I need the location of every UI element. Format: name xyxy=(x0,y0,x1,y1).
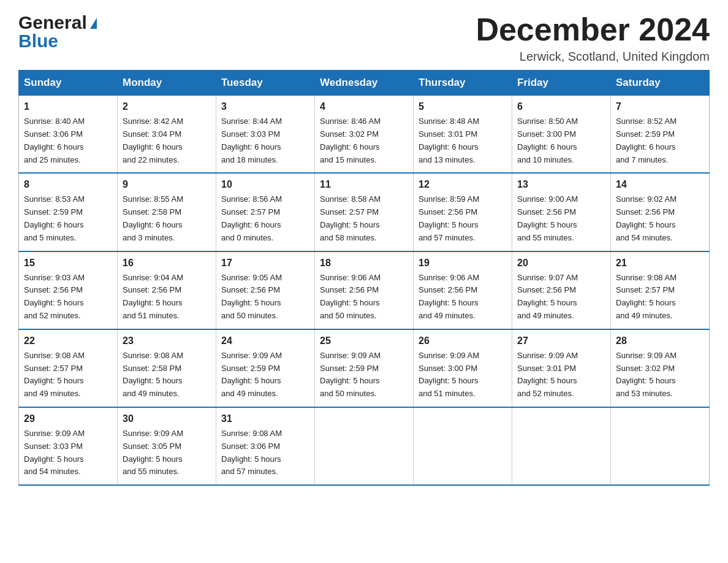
calendar-cell: 25Sunrise: 9:09 AMSunset: 2:59 PMDayligh… xyxy=(315,329,414,407)
day-number: 3 xyxy=(221,99,309,114)
day-number: 27 xyxy=(517,334,605,348)
day-info: Sunrise: 9:08 AMSunset: 2:58 PMDaylight:… xyxy=(123,350,211,400)
day-info: Sunrise: 8:44 AMSunset: 3:03 PMDaylight:… xyxy=(221,115,309,166)
day-number: 21 xyxy=(616,256,704,270)
calendar-cell: 27Sunrise: 9:09 AMSunset: 3:01 PMDayligh… xyxy=(512,329,611,407)
day-info: Sunrise: 9:09 AMSunset: 2:59 PMDaylight:… xyxy=(221,350,309,400)
day-info: Sunrise: 8:53 AMSunset: 2:59 PMDaylight:… xyxy=(24,193,112,244)
day-info: Sunrise: 8:42 AMSunset: 3:04 PMDaylight:… xyxy=(123,115,211,166)
calendar-cell: 2Sunrise: 8:42 AMSunset: 3:04 PMDaylight… xyxy=(118,96,216,174)
calendar-week-row: 1Sunrise: 8:40 AMSunset: 3:06 PMDaylight… xyxy=(19,96,710,174)
day-number: 14 xyxy=(616,177,704,192)
calendar-cell: 7Sunrise: 8:52 AMSunset: 2:59 PMDaylight… xyxy=(611,96,710,174)
day-number: 8 xyxy=(24,177,112,192)
logo-general-text: General xyxy=(18,12,97,33)
header-thursday: Thursday xyxy=(414,71,512,96)
day-number: 19 xyxy=(419,256,507,270)
calendar-cell: 23Sunrise: 9:08 AMSunset: 2:58 PMDayligh… xyxy=(118,329,216,407)
calendar-cell: 8Sunrise: 8:53 AMSunset: 2:59 PMDaylight… xyxy=(19,173,118,251)
calendar-cell: 24Sunrise: 9:09 AMSunset: 2:59 PMDayligh… xyxy=(216,329,315,407)
calendar-cell: 5Sunrise: 8:48 AMSunset: 3:01 PMDaylight… xyxy=(414,96,512,174)
day-number: 18 xyxy=(320,256,408,270)
calendar-cell: 18Sunrise: 9:06 AMSunset: 2:56 PMDayligh… xyxy=(315,251,414,329)
day-number: 22 xyxy=(24,334,112,348)
calendar-cell: 28Sunrise: 9:09 AMSunset: 3:02 PMDayligh… xyxy=(611,329,710,407)
day-number: 5 xyxy=(419,99,507,114)
day-number: 26 xyxy=(419,334,507,348)
day-info: Sunrise: 9:09 AMSunset: 2:59 PMDaylight:… xyxy=(320,350,408,400)
logo: General Blue xyxy=(18,12,97,52)
calendar-cell: 17Sunrise: 9:05 AMSunset: 2:56 PMDayligh… xyxy=(216,251,315,329)
day-info: Sunrise: 9:06 AMSunset: 2:56 PMDaylight:… xyxy=(320,272,408,323)
header-sunday: Sunday xyxy=(19,71,118,96)
day-number: 4 xyxy=(320,99,408,114)
location: Lerwick, Scotland, United Kingdom xyxy=(476,50,710,64)
day-number: 13 xyxy=(517,177,605,192)
day-info: Sunrise: 9:00 AMSunset: 2:56 PMDaylight:… xyxy=(517,193,605,244)
calendar-week-row: 29Sunrise: 9:09 AMSunset: 3:03 PMDayligh… xyxy=(19,407,710,485)
calendar-cell xyxy=(414,407,512,485)
day-number: 7 xyxy=(616,99,704,114)
calendar-cell: 29Sunrise: 9:09 AMSunset: 3:03 PMDayligh… xyxy=(19,407,118,485)
calendar-week-row: 15Sunrise: 9:03 AMSunset: 2:56 PMDayligh… xyxy=(19,251,710,329)
month-title: December 2024 xyxy=(476,12,710,47)
day-number: 23 xyxy=(123,334,211,348)
calendar-cell: 12Sunrise: 8:59 AMSunset: 2:56 PMDayligh… xyxy=(414,173,512,251)
day-info: Sunrise: 8:59 AMSunset: 2:56 PMDaylight:… xyxy=(419,193,507,244)
calendar-cell: 26Sunrise: 9:09 AMSunset: 3:00 PMDayligh… xyxy=(414,329,512,407)
title-block: December 2024 Lerwick, Scotland, United … xyxy=(476,12,710,64)
day-info: Sunrise: 9:03 AMSunset: 2:56 PMDaylight:… xyxy=(24,272,112,323)
day-info: Sunrise: 9:05 AMSunset: 2:56 PMDaylight:… xyxy=(221,272,309,323)
day-info: Sunrise: 9:08 AMSunset: 3:06 PMDaylight:… xyxy=(221,427,309,478)
header-friday: Friday xyxy=(512,71,611,96)
day-number: 30 xyxy=(123,412,211,426)
day-number: 15 xyxy=(24,256,112,270)
day-info: Sunrise: 8:50 AMSunset: 3:00 PMDaylight:… xyxy=(517,115,605,166)
calendar-cell: 15Sunrise: 9:03 AMSunset: 2:56 PMDayligh… xyxy=(19,251,118,329)
day-number: 28 xyxy=(616,334,704,348)
day-number: 20 xyxy=(517,256,605,270)
calendar-header-row: SundayMondayTuesdayWednesdayThursdayFrid… xyxy=(19,71,710,96)
day-number: 24 xyxy=(221,334,309,348)
day-number: 2 xyxy=(123,99,211,114)
day-info: Sunrise: 9:09 AMSunset: 3:02 PMDaylight:… xyxy=(616,350,704,400)
calendar-cell xyxy=(611,407,710,485)
day-number: 31 xyxy=(221,412,309,426)
day-number: 29 xyxy=(24,412,112,426)
day-info: Sunrise: 8:55 AMSunset: 2:58 PMDaylight:… xyxy=(123,193,211,244)
day-info: Sunrise: 8:56 AMSunset: 2:57 PMDaylight:… xyxy=(221,193,309,244)
day-number: 10 xyxy=(221,177,309,192)
day-info: Sunrise: 8:58 AMSunset: 2:57 PMDaylight:… xyxy=(320,193,408,244)
day-info: Sunrise: 8:46 AMSunset: 3:02 PMDaylight:… xyxy=(320,115,408,166)
calendar-cell: 21Sunrise: 9:08 AMSunset: 2:57 PMDayligh… xyxy=(611,251,710,329)
calendar-week-row: 8Sunrise: 8:53 AMSunset: 2:59 PMDaylight… xyxy=(19,173,710,251)
header-tuesday: Tuesday xyxy=(216,71,315,96)
calendar-cell: 14Sunrise: 9:02 AMSunset: 2:56 PMDayligh… xyxy=(611,173,710,251)
calendar-cell: 22Sunrise: 9:08 AMSunset: 2:57 PMDayligh… xyxy=(19,329,118,407)
day-info: Sunrise: 9:09 AMSunset: 3:00 PMDaylight:… xyxy=(419,350,507,400)
header-monday: Monday xyxy=(118,71,216,96)
day-number: 25 xyxy=(320,334,408,348)
calendar-cell: 19Sunrise: 9:06 AMSunset: 2:56 PMDayligh… xyxy=(414,251,512,329)
page-header: General Blue December 2024 Lerwick, Scot… xyxy=(18,12,710,64)
calendar-cell: 1Sunrise: 8:40 AMSunset: 3:06 PMDaylight… xyxy=(19,96,118,174)
day-info: Sunrise: 9:04 AMSunset: 2:56 PMDaylight:… xyxy=(123,272,211,323)
day-info: Sunrise: 9:09 AMSunset: 3:01 PMDaylight:… xyxy=(517,350,605,400)
day-number: 12 xyxy=(419,177,507,192)
calendar-cell: 9Sunrise: 8:55 AMSunset: 2:58 PMDaylight… xyxy=(118,173,216,251)
day-number: 17 xyxy=(221,256,309,270)
day-info: Sunrise: 9:08 AMSunset: 2:57 PMDaylight:… xyxy=(24,350,112,400)
day-info: Sunrise: 9:09 AMSunset: 3:05 PMDaylight:… xyxy=(123,427,211,478)
day-number: 1 xyxy=(24,99,112,114)
calendar-cell: 30Sunrise: 9:09 AMSunset: 3:05 PMDayligh… xyxy=(118,407,216,485)
calendar-cell: 6Sunrise: 8:50 AMSunset: 3:00 PMDaylight… xyxy=(512,96,611,174)
calendar-cell: 20Sunrise: 9:07 AMSunset: 2:56 PMDayligh… xyxy=(512,251,611,329)
day-info: Sunrise: 9:08 AMSunset: 2:57 PMDaylight:… xyxy=(616,272,704,323)
day-info: Sunrise: 9:07 AMSunset: 2:56 PMDaylight:… xyxy=(517,272,605,323)
calendar-cell: 16Sunrise: 9:04 AMSunset: 2:56 PMDayligh… xyxy=(118,251,216,329)
calendar-cell: 13Sunrise: 9:00 AMSunset: 2:56 PMDayligh… xyxy=(512,173,611,251)
calendar-cell: 4Sunrise: 8:46 AMSunset: 3:02 PMDaylight… xyxy=(315,96,414,174)
day-info: Sunrise: 9:06 AMSunset: 2:56 PMDaylight:… xyxy=(419,272,507,323)
day-info: Sunrise: 8:52 AMSunset: 2:59 PMDaylight:… xyxy=(616,115,704,166)
calendar-cell xyxy=(315,407,414,485)
